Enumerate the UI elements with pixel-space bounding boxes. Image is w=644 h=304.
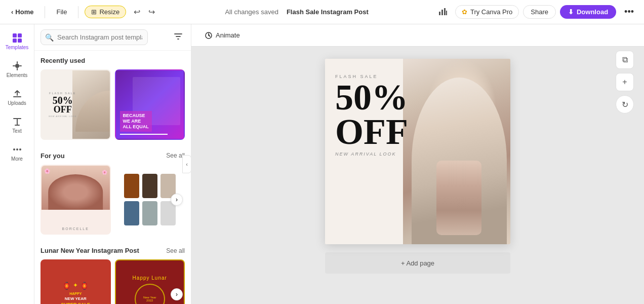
more-options-button[interactable]: ••• [620,4,638,20]
equal-text-box: becAUSEWE AREALL EQUAL [120,111,152,131]
text-icon [12,116,23,127]
chevron-left-icon: ‹ [11,8,13,16]
template-card-lunar-gold[interactable]: Happy Lunar New Year2022 › [115,259,185,304]
section-header-recently-used: Recently used [41,57,185,64]
for-you-next-button[interactable]: › [171,194,183,206]
search-wrapper: 🔍 [41,29,168,45]
topbar-center: All changes saved Flash Sale Instagram P… [163,8,431,16]
try-canva-pro-button[interactable]: ✿ Try Canva Pro [455,5,519,19]
svg-point-11 [19,148,21,150]
design-text-layer: FLASH SALE 50% OFF NEW ARRIVAL LOOK [335,74,408,157]
elements-icon [12,60,23,71]
download-icon: ⬇ [568,8,574,16]
template-card-flash-sale[interactable]: FLASH SALE 50% OFF NEW ARRIVAL LOOK [41,69,111,140]
duplicate-canvas-button[interactable]: ⧉ [616,51,634,69]
sidebar-item-templates[interactable]: Templates [2,28,32,54]
canvas-tools: ⧉ + ↻ [616,51,634,113]
home-button[interactable]: ‹ Home [6,5,38,19]
palette-swatch-1 [124,174,139,198]
uploads-icon [12,88,23,99]
sidebar-item-uploads[interactable]: Uploads [2,84,32,110]
main-layout: Templates Elements Uploads Text [0,24,644,304]
resize-label: Resize [99,8,119,16]
download-button[interactable]: ⬇ Download [560,5,616,19]
svg-rect-3 [446,11,447,15]
animate-bar: Animate [191,24,644,47]
analytics-icon [438,7,448,16]
canvas-percent[interactable]: 50% [335,79,408,116]
hide-panel-button[interactable]: ‹ [182,155,191,173]
uploads-label: Uploads [8,100,26,106]
equal-text: becAUSEWE AREALL EQUAL [123,113,149,129]
svg-point-10 [16,148,18,150]
add-canvas-button[interactable]: + [616,73,634,91]
animate-icon [205,31,213,40]
see-all-lunar-button[interactable]: See all [166,247,185,254]
file-button[interactable]: File [51,5,72,19]
off-text: OFF [49,105,76,113]
undo-redo-group: ↩ ↪ [130,5,158,19]
canvas-area: Animate ⧉ + ↻ [191,24,644,304]
new-year-gold-text: New Year2022 [143,296,156,302]
resize-button[interactable]: ⊞ Resize [85,6,126,18]
text-label: Text [12,128,21,134]
recently-used-section: Recently used FLASH SALE 50% OFF NEW ARR… [34,51,191,146]
refresh-canvas-button[interactable]: ↻ [616,95,634,113]
undo-button[interactable]: ↩ [130,5,144,19]
home-label: Home [15,8,33,16]
add-icon: + [622,78,627,87]
template-card-palette[interactable]: › [115,165,185,235]
svg-point-8 [15,64,19,68]
palette-swatch-2 [142,174,157,198]
section-header-lunar: Lunar New Year Instagram Post See all [41,247,185,254]
analytics-button[interactable] [435,4,451,20]
changes-saved-status: All changes saved [225,8,278,16]
canva-flower-icon: ✿ [462,8,467,16]
try-canva-pro-label: Try Canva Pro [470,8,512,16]
add-page-label: + Add page [401,259,434,267]
star-decor: ✦ [73,282,78,290]
for-you-section: For you See all 🌸 🌸 BORCELLE [34,146,191,241]
lunar-circle: New Year2022 [135,284,165,304]
sidebar-item-more[interactable]: More [2,140,32,166]
filter-button[interactable] [172,30,185,45]
lantern-icon-left: 🏮 [62,282,71,290]
redo-button[interactable]: ↪ [145,5,158,19]
resize-icon: ⊞ [91,8,97,16]
search-input[interactable] [41,29,148,45]
happy-text: HAPPY [69,292,82,295]
lunar-section-title: Lunar New Year Instagram Post [41,247,139,254]
svg-rect-4 [13,33,17,37]
duplicate-icon: ⧉ [622,55,628,64]
template-card-equal[interactable]: becAUSEWE AREALL EQUAL [115,69,185,140]
add-page-button[interactable]: + Add page [325,252,510,274]
lunar-section: Lunar New Year Instagram Post See all 🏮 … [34,241,191,304]
template-card-borcelle[interactable]: 🌸 🌸 BORCELLE [41,165,111,235]
elements-label: Elements [7,72,28,78]
animate-button[interactable]: Animate [199,28,245,43]
sidebar-item-text[interactable]: Text [2,112,32,138]
canvas-new-arrival: NEW ARRIVAL LOOK [335,151,408,157]
templates-label: Templates [6,45,29,50]
search-bar: 🔍 [34,24,191,51]
svg-point-9 [13,148,15,150]
model-figure [407,59,507,244]
refresh-icon: ↻ [622,100,628,109]
for-you-title: For you [41,152,65,160]
svg-rect-0 [439,12,440,15]
more-dots-icon: ••• [624,7,634,17]
design-canvas[interactable]: FLASH SALE 50% OFF NEW ARRIVAL LOOK [325,59,510,244]
borcelle-label: BORCELLE [59,224,92,234]
new-year-text: NEW YEAR [65,296,87,301]
svg-rect-6 [13,39,17,43]
sidebar-item-elements[interactable]: Elements [2,56,32,82]
template-card-lunar-red[interactable]: 🏮 ✦ 🏮 HAPPY NEW YEAR SUPER SALE [41,259,111,304]
flash-sale-small: FLASH SALE [49,92,76,95]
for-you-grid: 🌸 🌸 BORCELLE › [41,165,185,235]
divider [45,6,45,18]
see-all-lunar-label: See all [166,247,185,254]
share-button[interactable]: Share [523,5,556,19]
canvas-off[interactable]: OFF [335,116,408,148]
lunar-next-button[interactable]: › [171,288,183,300]
file-label: File [56,8,67,16]
